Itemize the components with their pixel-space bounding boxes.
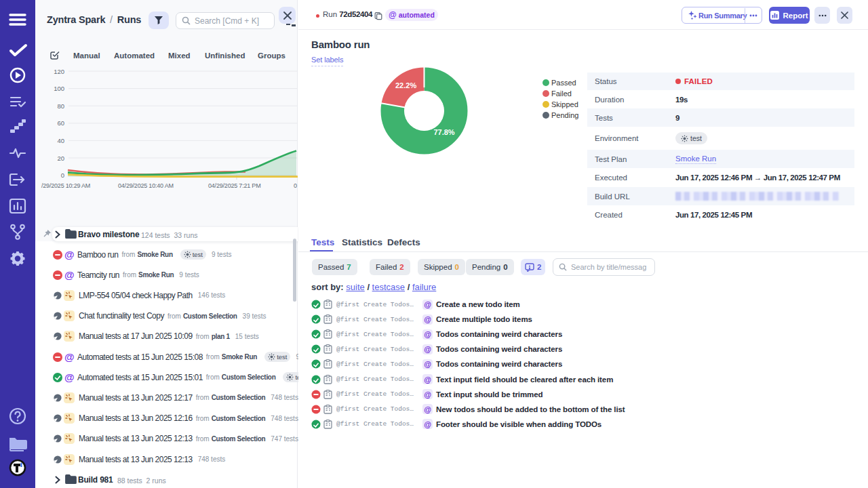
- svg-text:20: 20: [57, 155, 64, 162]
- svg-text:04/29/2025 10:40 AM: 04/29/2025 10:40 AM: [118, 182, 174, 189]
- svg-text:120: 120: [54, 68, 64, 75]
- svg-text:60: 60: [57, 119, 64, 127]
- svg-text:100: 100: [54, 85, 64, 92]
- svg-text:/29/2025 10:29 AM: /29/2025 10:29 AM: [41, 182, 90, 189]
- svg-text:40: 40: [57, 137, 64, 144]
- svg-text:04/29/2025 7:21 PM: 04/29/2025 7:21 PM: [208, 182, 260, 189]
- svg-text:77.8%: 77.8%: [433, 128, 454, 136]
- svg-text:80: 80: [57, 102, 64, 110]
- svg-text:22.2%: 22.2%: [395, 81, 416, 89]
- svg-text:0: 0: [61, 171, 64, 179]
- svg-text:0: 0: [294, 182, 297, 189]
